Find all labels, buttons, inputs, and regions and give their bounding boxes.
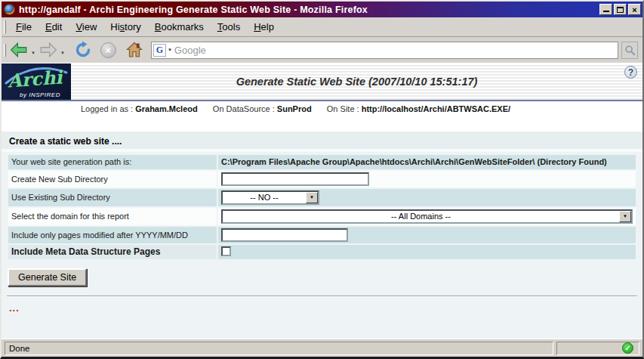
close-button[interactable]: ×	[628, 4, 641, 15]
meta-pages-row: Include Meta Data Structure Pages	[8, 245, 636, 259]
title-bar[interactable]: http://gandalf - Archi Engineering Gener…	[2, 2, 642, 17]
chevron-down-icon[interactable]: ▼	[619, 211, 631, 222]
maximize-icon	[617, 7, 624, 13]
back-history-caret-icon[interactable]: ▼	[31, 51, 35, 55]
back-button[interactable]	[9, 40, 29, 60]
menu-tools[interactable]: Tools	[211, 19, 247, 35]
minimize-button[interactable]	[599, 4, 612, 15]
back-icon	[9, 40, 29, 60]
domain-selected: -- All Domains --	[223, 211, 619, 222]
existing-subdir-selected: -- NO --	[223, 192, 306, 203]
status-text-panel: Done	[5, 342, 553, 355]
home-button[interactable]	[125, 41, 143, 59]
maximize-button[interactable]	[614, 4, 627, 15]
new-subdir-input[interactable]	[221, 172, 369, 186]
menu-edit[interactable]: Edit	[39, 19, 69, 35]
search-bar[interactable]: G ▼	[151, 42, 618, 59]
new-subdir-label: Create New Sub Directory	[8, 171, 217, 187]
path-row: Your web site generation path is: C:\Pro…	[8, 155, 636, 169]
site-label: On Site :	[327, 104, 359, 113]
path-label: Your web site generation path is:	[8, 155, 217, 169]
meta-pages-checkbox[interactable]	[221, 246, 231, 256]
existing-subdir-label: Use Existing Sub Directory	[8, 189, 217, 206]
existing-subdir-select[interactable]: -- NO -- ▼	[221, 190, 319, 205]
modified-after-input[interactable]	[221, 228, 348, 242]
logo-subtext: by INSPIRED	[20, 91, 60, 98]
home-icon	[125, 41, 143, 59]
site-value: http://localhost/Archi/ABTWSAC.EXE/	[362, 104, 510, 113]
menu-history[interactable]: History	[103, 19, 147, 35]
minimize-icon	[603, 7, 609, 12]
search-engine-caret-icon[interactable]: ▼	[168, 48, 172, 52]
close-icon: ×	[632, 6, 636, 14]
modified-after-label: Include only pages modified after YYYY/M…	[8, 227, 217, 243]
menu-help[interactable]: Help	[247, 19, 281, 35]
footer-dots-link[interactable]: ...	[9, 302, 642, 314]
toolbar-grippy[interactable]	[4, 20, 6, 33]
menu-bookmarks[interactable]: Bookmarks	[148, 19, 211, 35]
status-text: Done	[9, 344, 30, 353]
window-title: http://gandalf - Archi Engineering Gener…	[19, 5, 599, 15]
domain-label: Select the domain for this report	[8, 208, 217, 225]
session-info: Logged in as : Graham.Mcleod On DataSour…	[2, 101, 642, 132]
datasource-label: On DataSource :	[213, 104, 275, 113]
help-icon[interactable]: ?	[624, 66, 637, 79]
footer-divider	[7, 296, 637, 297]
chevron-down-icon[interactable]: ▼	[306, 192, 318, 203]
path-value: C:\Program Files\Apache Group\Apache\htd…	[218, 155, 636, 169]
search-input[interactable]	[174, 45, 616, 56]
domain-row: Select the domain for this report -- All…	[8, 208, 636, 225]
modified-after-row: Include only pages modified after YYYY/M…	[8, 227, 636, 243]
archi-logo: Archi by INSPIRED	[2, 63, 71, 100]
meta-pages-label: Include Meta Data Structure Pages	[8, 245, 217, 259]
generation-form: Your web site generation path is: C:\Pro…	[7, 153, 637, 261]
magnifier-icon	[624, 45, 636, 56]
forward-icon	[39, 40, 58, 60]
status-ok-icon[interactable]: ✓	[622, 342, 633, 354]
domain-select[interactable]: -- All Domains -- ▼	[221, 209, 633, 224]
toolbar-grippy[interactable]	[4, 44, 6, 57]
navigation-toolbar: ▼ ▼ × G ▼	[2, 37, 642, 63]
menu-view[interactable]: View	[69, 19, 103, 35]
stop-button[interactable]: ×	[100, 42, 116, 58]
status-security-panel: ✓	[556, 342, 639, 355]
forward-history-caret-icon[interactable]: ▼	[60, 51, 65, 55]
form-area: Create a static web site .... Your web s…	[2, 132, 642, 339]
firefox-icon	[4, 4, 15, 15]
logged-in-user: Graham.Mcleod	[135, 104, 198, 113]
page-title: Generate Static Web Site (2007/10/10 15:…	[71, 76, 642, 88]
forward-button[interactable]	[39, 40, 58, 60]
reload-icon	[74, 41, 92, 59]
datasource-value: SunProd	[277, 104, 312, 113]
search-go-button[interactable]	[621, 42, 638, 59]
new-subdir-row: Create New Sub Directory	[8, 171, 636, 187]
reload-button[interactable]	[74, 41, 92, 59]
logo-text: Archi	[7, 67, 63, 92]
google-engine-icon[interactable]: G	[153, 44, 166, 57]
menu-bar: File Edit View History Bookmarks Tools H…	[2, 17, 642, 37]
status-bar: Done ✓	[2, 339, 642, 357]
menu-file[interactable]: File	[9, 19, 39, 35]
existing-subdir-row: Use Existing Sub Directory -- NO -- ▼	[8, 189, 636, 206]
stop-icon: ×	[100, 42, 116, 58]
page-content: Archi by INSPIRED Generate Static Web Si…	[2, 63, 642, 339]
section-title: Create a static web site ....	[2, 132, 642, 152]
page-header: Archi by INSPIRED Generate Static Web Si…	[2, 63, 642, 100]
logged-in-label: Logged in as :	[81, 104, 133, 113]
generate-site-button[interactable]: Generate Site	[8, 268, 87, 286]
browser-window: http://gandalf - Archi Engineering Gener…	[0, 0, 644, 359]
